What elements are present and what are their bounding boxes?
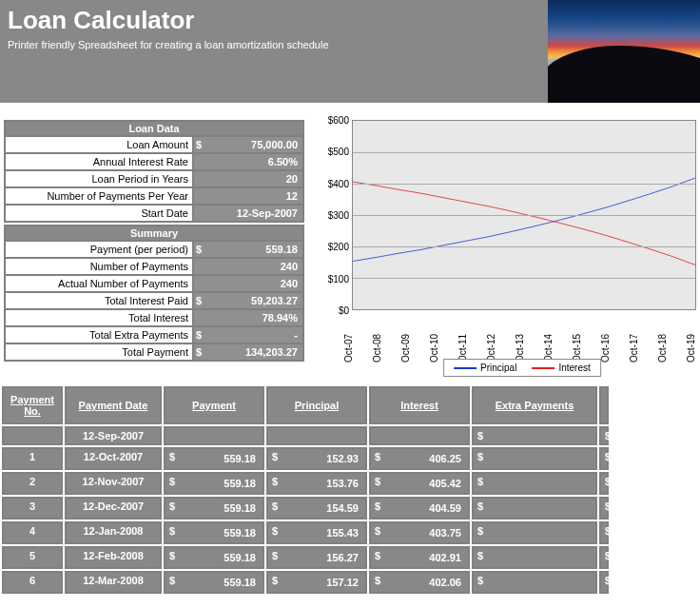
table-cell: $ — [472, 521, 597, 544]
table-row: 412-Jan-2008$559.18$155.43$403.75$$ — [2, 521, 698, 546]
th-extra: Extra Payments — [472, 386, 597, 424]
row-value: $59,203.27 — [192, 293, 302, 308]
table-cell: $152.93 — [266, 447, 367, 470]
table-cell: $559.18 — [164, 497, 264, 520]
table-cell: $406.25 — [369, 447, 470, 470]
row-label: Start Date — [6, 206, 192, 221]
table-cell: $404.59 — [369, 497, 470, 520]
table-cell: 1 — [2, 447, 63, 470]
table-cell: $559.18 — [164, 546, 264, 569]
row-label: Annual Interest Rate — [6, 154, 192, 169]
x-tick: Oct-19 — [686, 334, 700, 363]
cell-start-extra: $ — [472, 426, 597, 445]
data-row: Number of Payments Per Year12 — [4, 188, 304, 206]
row-value: 240 — [192, 259, 302, 274]
row-label: Number of Payments — [6, 259, 192, 274]
data-row: Loan Amount$75,000.00 — [4, 137, 304, 154]
row-label: Total Interest — [6, 310, 192, 325]
table-cell: $156.27 — [266, 546, 367, 569]
y-tick: $600 — [328, 115, 349, 126]
table-cell: $402.91 — [369, 546, 470, 569]
chart-plot — [352, 120, 696, 310]
data-row: Loan Period in Years20 — [4, 171, 304, 188]
y-tick: $0 — [339, 305, 349, 316]
table-cell: 12-Mar-2008 — [65, 571, 162, 594]
loan-data-panel: Loan Data Loan Amount$75,000.00Annual In… — [4, 120, 304, 362]
th-interest: Interest — [369, 386, 470, 424]
row-value: $75,000.00 — [192, 137, 302, 152]
row-value: $559.18 — [192, 242, 302, 257]
table-cell: 12-Nov-2007 — [65, 472, 162, 495]
table-row: 312-Dec-2007$559.18$154.59$404.59$$ — [2, 497, 698, 521]
cell-start-pay — [164, 426, 264, 445]
table-cell: 12-Dec-2007 — [65, 497, 162, 520]
chart-y-axis: $0$100$200$300$400$500$600 — [318, 120, 352, 310]
cell-start-prin — [266, 426, 367, 445]
table-cell: $153.76 — [266, 472, 367, 495]
table-row: 512-Feb-2008$559.18$156.27$402.91$$ — [2, 546, 698, 571]
cell-start-date: 12-Sep-2007 — [65, 426, 162, 445]
table-cell: $ — [472, 497, 597, 520]
data-row: Total Payment$134,203.27 — [4, 344, 304, 362]
cell-start-int — [369, 426, 470, 445]
table-cell: 5 — [2, 546, 63, 569]
row-label: Loan Period in Years — [6, 171, 192, 186]
row-label: Total Payment — [6, 344, 192, 360]
table-cell: $402.06 — [369, 571, 470, 594]
table-cell: $559.18 — [164, 472, 264, 495]
data-row: Total Interest78.94% — [4, 310, 304, 327]
loan-data-heading: Loan Data — [4, 120, 304, 137]
cell-start-no — [2, 426, 63, 445]
header-image — [548, 0, 700, 103]
row-value: 240 — [192, 276, 302, 291]
table-row: 212-Nov-2007$559.18$153.76$405.42$$ — [2, 472, 698, 497]
y-tick: $400 — [328, 178, 349, 188]
table-cell: 2 — [2, 472, 63, 495]
y-tick: $200 — [328, 242, 349, 252]
row-label: Actual Number of Payments — [6, 276, 192, 291]
legend-interest: Interest — [532, 363, 590, 373]
table-cell: 4 — [2, 521, 63, 544]
table-cell: 12-Oct-2007 — [65, 447, 162, 470]
th-principal: Principal — [266, 386, 367, 424]
th-tail — [599, 386, 609, 424]
chart-x-axis: Oct-07Oct-08Oct-09Oct-10Oct-11Oct-12Oct-… — [352, 310, 696, 356]
amortization-table: Payment No. Payment Date Payment Princip… — [0, 384, 700, 598]
table-cell: $ — [472, 546, 597, 569]
data-row: Actual Number of Payments240 — [4, 276, 304, 293]
y-tick: $500 — [328, 147, 349, 157]
row-value: $134,203.27 — [192, 344, 302, 360]
table-cell: $ — [599, 497, 609, 520]
row-value: 20 — [192, 171, 302, 186]
row-label: Payment (per period) — [6, 242, 192, 257]
legend-principal: Principal — [454, 363, 516, 373]
table-cell: $ — [472, 447, 597, 470]
table-cell: $ — [599, 472, 609, 495]
row-value: 12-Sep-2007 — [192, 206, 302, 221]
summary-heading: Summary — [4, 225, 304, 242]
row-label: Number of Payments Per Year — [6, 188, 192, 204]
table-row: 112-Oct-2007$559.18$152.93$406.25$$ — [2, 447, 698, 472]
table-cell: 12-Jan-2008 — [65, 521, 162, 544]
table-cell: $403.75 — [369, 521, 470, 544]
th-payment: Payment — [164, 386, 264, 424]
row-value: 78.94% — [192, 310, 302, 325]
table-cell: $ — [599, 521, 609, 544]
row-label: Total Extra Payments — [6, 327, 192, 343]
table-cell: 12-Feb-2008 — [65, 546, 162, 569]
table-cell: $559.18 — [164, 521, 264, 544]
table-cell: $559.18 — [164, 447, 264, 470]
row-value: 6.50% — [192, 154, 302, 169]
data-row: Total Interest Paid$59,203.27 — [4, 293, 304, 310]
table-cell: $155.43 — [266, 521, 367, 544]
header: Loan Calculator Printer friendly Spreads… — [0, 0, 700, 103]
row-value: 12 — [192, 188, 302, 204]
chart: $0$100$200$300$400$500$600 Oct-07Oct-08O… — [318, 120, 696, 381]
data-row: Payment (per period)$559.18 — [4, 242, 304, 259]
table-cell: $559.18 — [164, 571, 264, 594]
table-cell: 3 — [2, 497, 63, 520]
data-row: Total Extra Payments$- — [4, 327, 304, 344]
table-row: 612-Mar-2008$559.18$157.12$402.06$$ — [2, 571, 698, 596]
cell-start-tail: $ — [599, 426, 609, 445]
table-cell: $154.59 — [266, 497, 367, 520]
